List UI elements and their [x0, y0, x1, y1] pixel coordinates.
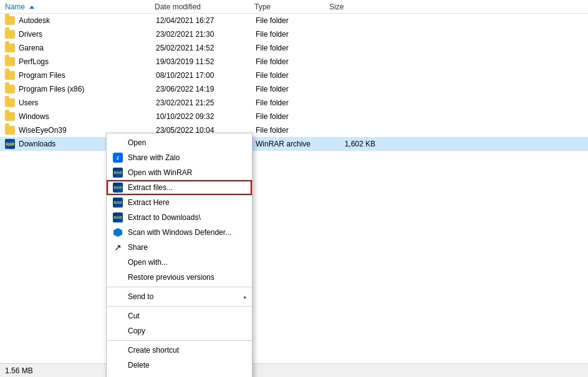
menu-label: Open — [128, 138, 247, 147]
menu-label: Extract Here — [128, 198, 247, 207]
column-headers: Name Date modified Type Size — [0, 0, 588, 14]
menu-item-send-to[interactable]: Send to ▸ — [107, 289, 252, 304]
menu-icon-none — [112, 344, 124, 356]
folder-icon — [5, 112, 15, 121]
table-row[interactable]: Autodesk 12/04/2021 16:27 File folder — [0, 14, 588, 27]
file-type: File folder — [256, 85, 330, 93]
table-row[interactable]: Garena 25/02/2021 14:52 File folder — [0, 41, 588, 55]
file-type: File folder — [256, 98, 330, 107]
menu-icon-none — [112, 359, 124, 371]
menu-item-extract-here[interactable]: RAR Extract Here — [107, 195, 252, 210]
folder-icon — [5, 98, 15, 107]
menu-label: Open with... — [128, 258, 247, 267]
menu-icon-none — [112, 290, 124, 303]
folder-icon — [5, 126, 15, 135]
menu-icon-none — [112, 256, 124, 269]
col-header-size[interactable]: Size — [329, 2, 379, 11]
table-row[interactable]: Windows 10/10/2022 09:32 File folder — [0, 110, 588, 123]
menu-label: Scan with Windows Defender... — [128, 228, 247, 237]
menu-item-open-winrar[interactable]: RAR Open with WinRAR — [107, 165, 252, 180]
menu-icon-none — [112, 136, 124, 149]
defender-icon — [112, 226, 124, 239]
folder-icon — [5, 85, 15, 93]
menu-label: Share — [128, 243, 247, 252]
table-row[interactable]: Drivers 23/02/2021 21:30 File folder — [0, 27, 588, 41]
file-name: Autodesk — [19, 16, 156, 25]
file-name: Windows — [19, 112, 156, 121]
file-type: WinRAR archive — [256, 140, 330, 148]
share-icon: ↗ — [112, 241, 124, 254]
menu-separator — [107, 340, 252, 341]
file-name: Program Files — [19, 71, 156, 80]
col-header-name[interactable]: Name — [5, 2, 155, 11]
table-row[interactable]: Program Files (x86) 23/06/2022 14:19 Fil… — [0, 82, 588, 96]
file-type: File folder — [256, 71, 330, 80]
menu-item-rename[interactable]: Rename — [107, 373, 252, 377]
menu-label: Share with Zalo — [128, 153, 247, 162]
col-header-date[interactable]: Date modified — [155, 2, 254, 11]
menu-label: Cut — [128, 312, 247, 320]
winrar-menu-icon: RAR — [112, 196, 124, 209]
folder-icon — [5, 71, 15, 80]
menu-separator — [107, 287, 252, 287]
winrar-menu-icon: RAR — [112, 166, 124, 179]
table-row[interactable]: Program Files 08/10/2021 17:00 File fold… — [0, 69, 588, 82]
folder-icon — [5, 30, 15, 39]
menu-icon-none — [112, 310, 124, 322]
table-row[interactable]: PerfLogs 19/03/2019 11:52 File folder — [0, 55, 588, 69]
file-type: File folder — [256, 16, 330, 25]
file-date: 23/02/2021 21:25 — [156, 98, 256, 107]
file-size: 1,602 KB — [330, 140, 380, 148]
file-name: PerfLogs — [19, 57, 156, 66]
status-bar: 1.56 MB — [0, 363, 588, 377]
file-date: 12/04/2021 16:27 — [156, 16, 256, 25]
file-date: 25/02/2021 14:52 — [156, 44, 256, 52]
menu-label: Create shortcut — [128, 346, 247, 355]
menu-item-extract-to[interactable]: RAR Extract to Downloads\ — [107, 210, 252, 225]
col-header-type[interactable]: Type — [254, 2, 329, 11]
menu-label: Extract files... — [128, 183, 247, 192]
table-row[interactable]: RAR Downloads 08/07/2023 13:39 WinRAR ar… — [0, 137, 588, 151]
file-type: File folder — [256, 112, 330, 121]
winrar-menu-icon: RAR — [112, 181, 124, 194]
table-row[interactable]: Users 23/02/2021 21:25 File folder — [0, 96, 588, 110]
winrar-icon: RAR — [5, 139, 15, 149]
folder-icon — [5, 16, 15, 25]
zalo-icon: Z — [112, 151, 124, 164]
file-date: 08/10/2021 17:00 — [156, 71, 256, 80]
menu-label: Extract to Downloads\ — [128, 213, 247, 222]
menu-item-create-shortcut[interactable]: Create shortcut — [107, 343, 252, 358]
file-date: 23/06/2022 14:19 — [156, 85, 256, 93]
menu-item-share-zalo[interactable]: Z Share with Zalo — [107, 150, 252, 165]
menu-icon-none — [112, 374, 124, 377]
menu-label: Restore previous versions — [128, 273, 247, 282]
file-name: Users — [19, 98, 156, 107]
sort-arrow-icon — [29, 6, 34, 9]
menu-item-copy[interactable]: Copy — [107, 323, 252, 338]
menu-item-restore-versions[interactable]: Restore previous versions — [107, 270, 252, 285]
file-name: Garena — [19, 44, 156, 52]
file-name: Program Files (x86) — [19, 85, 156, 93]
file-date: 19/03/2019 11:52 — [156, 57, 256, 66]
menu-item-scan-defender[interactable]: Scan with Windows Defender... — [107, 225, 252, 240]
menu-label: Copy — [128, 327, 247, 335]
table-row[interactable]: WiseEyeOn39 23/05/2022 10:04 File folder — [0, 123, 588, 137]
menu-item-cut[interactable]: Cut — [107, 308, 252, 323]
submenu-arrow-icon: ▸ — [244, 293, 247, 300]
menu-icon-none — [112, 325, 124, 337]
menu-item-share[interactable]: ↗ Share — [107, 240, 252, 255]
menu-icon-none — [112, 271, 124, 284]
file-name: Drivers — [19, 30, 156, 39]
menu-separator — [107, 306, 252, 307]
menu-item-extract-files[interactable]: RAR Extract files... — [107, 180, 252, 195]
winrar-menu-icon: RAR — [112, 211, 124, 224]
menu-label: Send to — [128, 292, 244, 301]
menu-label: Delete — [128, 361, 247, 370]
menu-item-open[interactable]: Open — [107, 135, 252, 150]
menu-item-delete[interactable]: Delete — [107, 358, 252, 373]
status-text: 1.56 MB — [5, 366, 33, 375]
file-type: File folder — [256, 126, 330, 135]
menu-item-open-with[interactable]: Open with... — [107, 255, 252, 270]
folder-icon — [5, 44, 15, 52]
folder-icon — [5, 57, 15, 66]
